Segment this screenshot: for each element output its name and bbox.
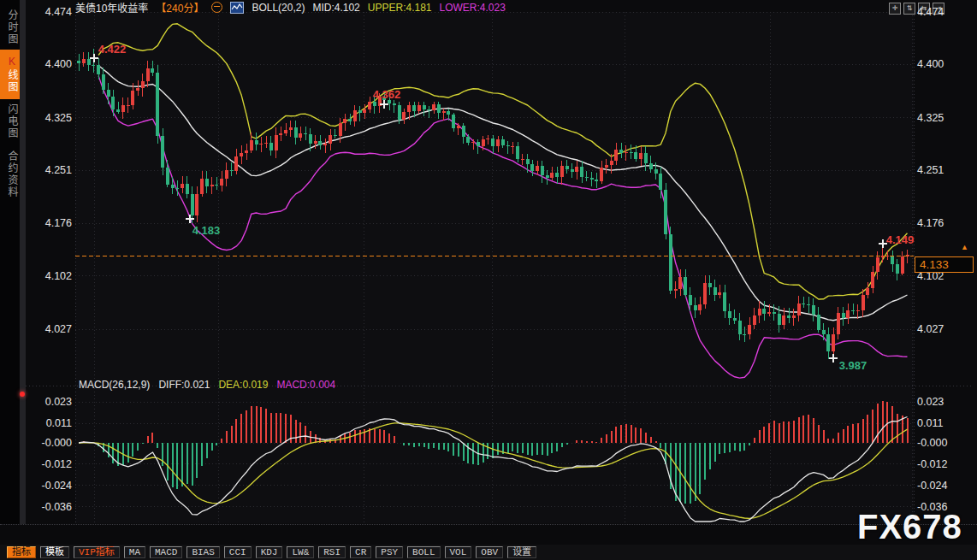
macd-dea-label: DEA:0.019: [218, 379, 268, 391]
last-price-tag: 4.133: [915, 256, 974, 273]
indicator-chart-icon[interactable]: [230, 2, 244, 14]
toolbar-button-MACD[interactable]: MACD: [150, 546, 182, 558]
axis-tick-label: -0.012: [917, 458, 947, 470]
toolbar-button-设置[interactable]: 设置: [507, 546, 536, 558]
macd-header: MACD(26,12,9) DIFF:0.021 DEA:0.019 MACD:…: [79, 379, 335, 391]
axis-tick-label: 4.325: [917, 112, 944, 124]
sidebar-divider: [20, 0, 26, 560]
sidebar: 分时图K线图闪电图合约资料: [0, 0, 26, 560]
toolbar-button-OBV[interactable]: OBV: [476, 546, 503, 558]
axis-tick-label: 4.474: [45, 6, 72, 18]
axis-tick-label: 4.325: [45, 112, 72, 124]
toolbar-button-MA[interactable]: MA: [124, 546, 145, 558]
chart-canvas[interactable]: [0, 0, 977, 560]
toolbar-button-模板[interactable]: 模板: [40, 546, 69, 558]
price-annotation: 4.149: [886, 233, 915, 246]
axis-tick-label: 0.011: [46, 417, 72, 429]
axis-tick-label: 4.176: [917, 217, 944, 229]
sidebar-tab-4[interactable]: 合约资料: [0, 144, 20, 205]
axis-tick-label: 4.474: [917, 6, 944, 18]
toolbar-button-指标[interactable]: 指标: [7, 546, 36, 558]
watermark-logo: FX678: [857, 508, 962, 546]
toolbar-button-KDJ[interactable]: KDJ: [256, 546, 283, 558]
instrument-title: 美债10年收益率: [75, 0, 148, 15]
axis-tick-label: -0.024: [42, 480, 72, 492]
axis-tick-label: -0.012: [42, 458, 72, 470]
axis-tick-label: 4.027: [917, 323, 944, 335]
collapse-chart-icon[interactable]: [211, 2, 222, 13]
axis-tick-label: 4.400: [917, 58, 944, 70]
scale-y-axis-icon[interactable]: ⇅: [903, 3, 915, 15]
indicator-toolbar: 指标模板VIP指标MAMACDBIASCCIKDJLW&RSICRPSYBOLL…: [0, 545, 977, 560]
macd-diff-label: DIFF:0.021: [158, 379, 210, 391]
toolbar-button-VOL[interactable]: VOL: [445, 546, 472, 558]
macd-name-label: MACD(26,12,9): [79, 379, 150, 391]
toolbar-button-CR[interactable]: CR: [350, 546, 371, 558]
sidebar-tab-2[interactable]: K线图: [0, 50, 20, 99]
toolbar-button-BOLL[interactable]: BOLL: [407, 546, 440, 558]
toolbar-button-PSY[interactable]: PSY: [376, 546, 403, 558]
price-annotation: 4.422: [98, 43, 127, 56]
axis-tick-label: -0.000: [917, 437, 947, 449]
toolbar-button-VIP指标[interactable]: VIP指标: [74, 546, 120, 558]
price-annotation: 3.987: [839, 359, 867, 372]
toolbar-button-BIAS[interactable]: BIAS: [187, 546, 219, 558]
price-arrow-icon: ▲: [961, 244, 968, 251]
boll-lower-label: LOWER:4.023: [440, 2, 506, 14]
sidebar-tab-1[interactable]: 分时图: [0, 3, 20, 51]
toolbar-button-RSI[interactable]: RSI: [318, 546, 346, 558]
axis-tick-label: 4.176: [45, 217, 72, 229]
period-label[interactable]: 【240分】: [156, 0, 204, 15]
last-price-value: 4.133: [920, 258, 949, 271]
axis-tick-label: -0.000: [42, 437, 72, 449]
axis-tick-label: 4.251: [45, 164, 72, 176]
toolbar-button-LW&[interactable]: LW&: [287, 546, 314, 558]
boll-mid-label: MID:4.102: [312, 2, 359, 14]
boll-name-label: BOLL(20,2): [252, 2, 305, 14]
toolbar-button-CCI[interactable]: CCI: [224, 546, 252, 558]
move-crosshair-icon[interactable]: ✛: [889, 3, 901, 15]
axis-tick-label: 4.102: [45, 270, 72, 282]
alert-indicator-icon: [20, 392, 25, 397]
axis-tick-label: -0.036: [42, 501, 72, 513]
price-annotation: 4.362: [373, 88, 401, 101]
time-axis-row: 240分▲ 07/2908/0608/1508/2509/0309/1209/2…: [0, 524, 977, 545]
axis-tick-label: -0.024: [917, 480, 947, 492]
trading-chart-app: 分时图K线图闪电图合约资料 美债10年收益率 【240分】 BOLL(20,2)…: [0, 0, 977, 560]
axis-tick-label: 0.011: [917, 417, 943, 429]
macd-macd-label: MACD:0.004: [276, 379, 335, 391]
price-annotation: 4.183: [192, 224, 221, 237]
axis-tick-label: 4.400: [45, 58, 72, 70]
boll-upper-label: UPPER:4.181: [368, 2, 432, 14]
sidebar-tab-3[interactable]: 闪电图: [0, 97, 20, 145]
axis-tick-label: 4.027: [45, 323, 72, 335]
axis-tick-label: 0.023: [45, 396, 72, 408]
axis-tick-label: 4.251: [917, 164, 944, 176]
axis-tick-label: 0.023: [917, 396, 944, 408]
chart-header: 美债10年收益率 【240分】 BOLL(20,2) MID:4.102 UPP…: [75, 1, 506, 14]
